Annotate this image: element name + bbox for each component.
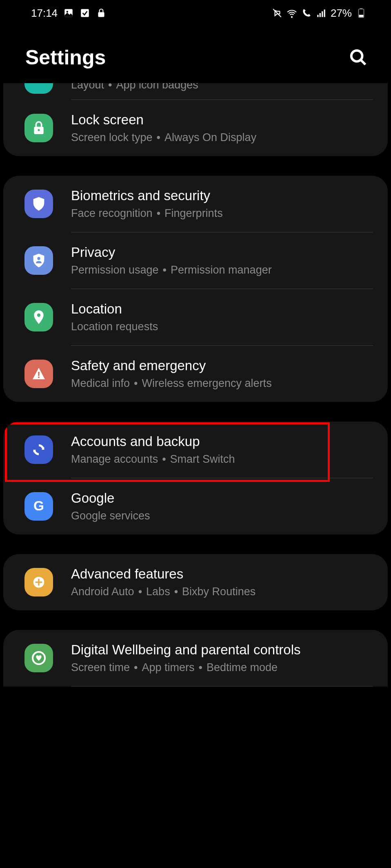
shield-person-icon xyxy=(24,246,53,275)
settings-list: Layout • App icon badges Lock screen Scr… xyxy=(0,83,391,687)
svg-rect-22 xyxy=(36,581,42,583)
lock-status-icon xyxy=(96,8,107,18)
call-icon xyxy=(301,8,312,18)
signal-icon xyxy=(316,8,327,18)
pin-icon xyxy=(24,303,53,331)
svg-rect-4 xyxy=(317,15,318,17)
partial-sub2: App icon badges xyxy=(116,83,198,91)
vibrate-icon xyxy=(272,8,282,18)
svg-rect-5 xyxy=(320,13,321,17)
battery-pct: 27% xyxy=(331,7,352,20)
partial-row-top[interactable]: Layout • App icon badges xyxy=(3,83,388,99)
svg-line-12 xyxy=(361,60,366,65)
svg-rect-9 xyxy=(360,8,363,9)
shield-icon xyxy=(24,190,53,218)
page-title: Settings xyxy=(25,46,106,69)
lock-icon xyxy=(24,114,53,142)
status-bar: 17:14 27% xyxy=(0,0,391,26)
svg-point-1 xyxy=(67,11,68,13)
settings-group: Digital Wellbeing and parental controls … xyxy=(3,630,388,687)
settings-group: Advanced features Android Auto•Labs•Bixb… xyxy=(3,554,388,610)
svg-point-15 xyxy=(37,257,40,260)
row-lock-screen[interactable]: Lock screen Screen lock type•Always On D… xyxy=(3,100,388,156)
svg-rect-7 xyxy=(324,9,325,17)
alert-icon xyxy=(24,360,53,388)
svg-rect-17 xyxy=(38,372,39,376)
settings-group: Biometrics and security Face recognition… xyxy=(3,176,388,402)
svg-point-14 xyxy=(38,129,40,131)
header: Settings xyxy=(0,26,391,83)
battery-icon xyxy=(356,8,367,18)
search-icon xyxy=(349,48,368,67)
row-location[interactable]: Location Location requests xyxy=(3,289,388,345)
sync-icon xyxy=(24,435,53,464)
partial-sub1: Layout xyxy=(71,83,104,91)
row-advanced-features[interactable]: Advanced features Android Auto•Labs•Bixb… xyxy=(3,554,388,610)
plus-gear-icon xyxy=(24,568,53,596)
settings-group: Accounts and backup Manage accounts•Smar… xyxy=(3,422,388,534)
svg-point-11 xyxy=(351,51,362,62)
search-button[interactable] xyxy=(348,47,369,68)
home-icon-partial xyxy=(24,83,53,94)
svg-rect-2 xyxy=(81,9,89,17)
google-icon: G xyxy=(24,492,53,521)
row-title: Lock screen xyxy=(71,111,373,129)
photo-icon xyxy=(63,8,74,18)
row-biometrics[interactable]: Biometrics and security Face recognition… xyxy=(3,176,388,232)
row-privacy[interactable]: Privacy Permission usage•Permission mana… xyxy=(3,232,388,289)
row-digital-wellbeing[interactable]: Digital Wellbeing and parental controls … xyxy=(3,630,388,686)
wifi-icon xyxy=(287,8,297,18)
wellbeing-icon xyxy=(24,644,53,672)
checkbox-icon xyxy=(80,8,90,18)
svg-rect-10 xyxy=(359,15,364,17)
svg-rect-18 xyxy=(38,377,39,378)
svg-point-16 xyxy=(37,314,40,317)
row-safety[interactable]: Safety and emergency Medical info•Wirele… xyxy=(3,346,388,402)
svg-rect-6 xyxy=(322,11,323,17)
row-google[interactable]: G Google Google services xyxy=(3,478,388,534)
status-time: 17:14 xyxy=(31,7,58,20)
svg-rect-3 xyxy=(98,12,104,17)
settings-group: Layout • App icon badges Lock screen Scr… xyxy=(3,83,388,156)
svg-text:G: G xyxy=(33,498,44,513)
row-accounts-backup[interactable]: Accounts and backup Manage accounts•Smar… xyxy=(3,422,388,478)
